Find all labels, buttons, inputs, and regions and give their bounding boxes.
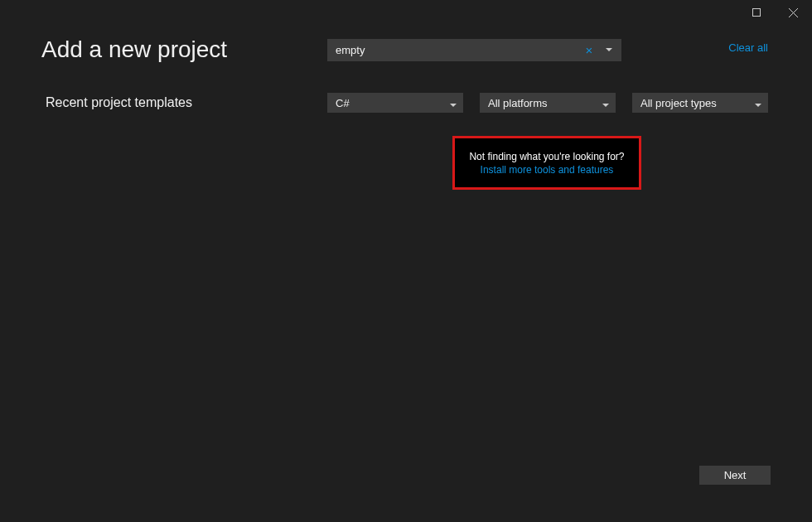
chevron-down-icon <box>755 97 761 109</box>
install-tools-link[interactable]: Install more tools and features <box>481 164 614 176</box>
project-type-filter-value: All project types <box>640 97 717 109</box>
clear-search-icon[interactable]: × <box>582 39 597 61</box>
close-button[interactable] <box>775 0 812 25</box>
svg-marker-4 <box>450 104 457 107</box>
recent-templates-label: Recent project templates <box>46 95 192 110</box>
hint-text: Not finding what you're looking for? <box>469 151 624 162</box>
search-dropdown-icon[interactable] <box>602 39 616 61</box>
svg-marker-5 <box>602 104 609 107</box>
clear-all-link[interactable]: Clear all <box>728 41 768 54</box>
platform-filter-value: All platforms <box>488 97 548 109</box>
next-button[interactable]: Next <box>699 466 771 485</box>
language-filter-value: C# <box>336 97 350 109</box>
svg-marker-6 <box>755 104 761 107</box>
project-type-filter[interactable]: All project types <box>632 93 768 113</box>
page-title: Add a new project <box>41 36 327 63</box>
maximize-button[interactable] <box>737 0 775 25</box>
svg-rect-0 <box>752 9 760 17</box>
chevron-down-icon <box>602 97 609 109</box>
search-input[interactable] <box>327 39 621 61</box>
search-box[interactable]: × <box>327 39 621 61</box>
svg-marker-3 <box>606 48 612 51</box>
platform-filter[interactable]: All platforms <box>480 93 616 113</box>
chevron-down-icon <box>450 97 457 109</box>
language-filter[interactable]: C# <box>327 93 463 113</box>
install-tools-hint: Not finding what you're looking for? Ins… <box>452 136 641 190</box>
